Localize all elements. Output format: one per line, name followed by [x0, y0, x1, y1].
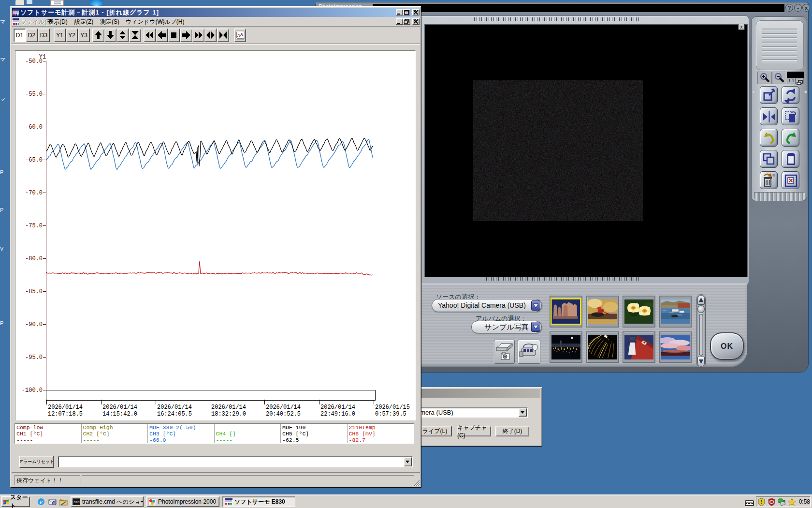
- svg-text:2026/01/14: 2026/01/14: [211, 404, 246, 411]
- svg-text:2026/01/14: 2026/01/14: [320, 404, 355, 411]
- svg-text:20:40:52.5: 20:40:52.5: [266, 411, 301, 418]
- svg-text:12:07:18.5: 12:07:18.5: [48, 411, 83, 418]
- svg-text:16:24:05.5: 16:24:05.5: [157, 411, 192, 418]
- svg-text:22:49:16.0: 22:49:16.0: [320, 411, 355, 418]
- svg-text:-65.0: -65.0: [25, 157, 43, 164]
- svg-text:0:57:39.5: 0:57:39.5: [375, 411, 406, 418]
- svg-text:-85.0: -85.0: [25, 288, 43, 295]
- svg-text:2026/01/14: 2026/01/14: [48, 404, 83, 411]
- svg-text:-100.0: -100.0: [22, 387, 43, 394]
- svg-text:-90.0: -90.0: [25, 321, 43, 328]
- svg-text:18:32:29.0: 18:32:29.0: [211, 411, 246, 418]
- svg-text:2026/01/15: 2026/01/15: [375, 404, 410, 411]
- svg-text:2026/01/14: 2026/01/14: [102, 404, 137, 411]
- svg-text:-75.0: -75.0: [25, 223, 43, 229]
- svg-text:e: e: [40, 498, 43, 506]
- svg-text:-80.0: -80.0: [25, 255, 43, 262]
- svg-text:-95.0: -95.0: [25, 354, 43, 361]
- svg-text:2026/01/14: 2026/01/14: [157, 404, 192, 411]
- svg-text:-50.0: -50.0: [25, 58, 43, 65]
- svg-text:14:15:42.0: 14:15:42.0: [102, 411, 137, 418]
- svg-text:cmd: cmd: [73, 500, 80, 504]
- svg-text:-60.0: -60.0: [25, 124, 43, 131]
- svg-text:2026/01/14: 2026/01/14: [266, 404, 301, 411]
- svg-text:!: !: [761, 499, 762, 505]
- svg-text:-55.0: -55.0: [25, 91, 43, 98]
- svg-text:-70.0: -70.0: [25, 190, 43, 196]
